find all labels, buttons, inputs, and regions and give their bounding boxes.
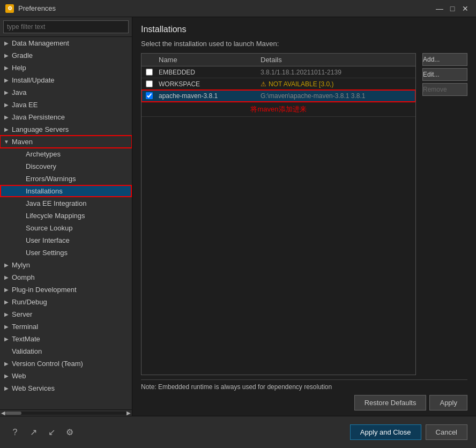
expand-arrow-java-ee: ▶ <box>3 102 10 108</box>
expand-arrow-source-lookup <box>17 225 24 232</box>
expand-arrow-user-settings <box>17 250 24 256</box>
apply-button[interactable]: Apply <box>429 395 467 410</box>
table-row[interactable]: apache-maven-3.8.1G:\maven\apache-maven-… <box>142 90 415 102</box>
sidebar-item-version-control[interactable]: ▶Version Control (Team) <box>0 357 132 370</box>
row-details-text-embedded: 3.8.1/1.18.1.20211011-2139 <box>261 69 341 76</box>
note-text: Note: Embedded runtime is always used fo… <box>141 379 467 391</box>
expand-arrow-java: ▶ <box>3 89 10 96</box>
bottom-left-icons: ? ↗ ↙ ⚙ <box>9 426 76 439</box>
sidebar-item-maven[interactable]: ▼Maven <box>0 136 132 148</box>
sidebar-item-textmate[interactable]: ▶TextMate <box>0 333 132 345</box>
sidebar-item-help[interactable]: ▶Help <box>0 62 132 74</box>
row-details-apache-maven: G:\maven\apache-maven-3.8.1 3.8.1 <box>258 92 415 100</box>
sidebar-label-web-services: Web Services <box>12 384 55 392</box>
sidebar-horizontal-scrollbar[interactable]: ◀ ▶ <box>0 409 132 416</box>
sidebar-item-gradle[interactable]: ▶Gradle <box>0 49 132 62</box>
apply-and-close-button[interactable]: Apply and Close <box>350 424 421 440</box>
sidebar-item-java-ee-integration[interactable]: Java EE Integration <box>0 197 132 210</box>
sidebar-item-source-lookup[interactable]: Source Lookup <box>0 222 132 234</box>
row-check-apache-maven[interactable] <box>142 92 157 99</box>
checkbox-apache-maven[interactable] <box>146 92 153 99</box>
table-row[interactable]: EMBEDDED3.8.1/1.18.1.20211011-2139 <box>142 66 415 78</box>
sidebar-item-mylyn[interactable]: ▶Mylyn <box>0 259 132 271</box>
sidebar-item-user-interface[interactable]: User Interface <box>0 234 132 247</box>
close-button[interactable]: ✕ <box>460 3 471 14</box>
cancel-button[interactable]: Cancel <box>426 424 467 440</box>
sidebar-item-user-settings[interactable]: User Settings <box>0 247 132 259</box>
row-check-workspace[interactable] <box>142 80 157 87</box>
checkbox-workspace[interactable] <box>146 80 153 87</box>
sidebar-item-oomph[interactable]: ▶Oomph <box>0 271 132 283</box>
sidebar-item-validation[interactable]: Validation <box>0 345 132 357</box>
help-icon-button[interactable]: ? <box>9 426 21 439</box>
sidebar-item-errors-warnings[interactable]: Errors/Warnings <box>0 173 132 185</box>
settings-button[interactable]: ⚙ <box>63 426 76 439</box>
expand-arrow-maven: ▼ <box>3 139 10 145</box>
sidebar-item-install-update[interactable]: ▶Install/Update <box>0 74 132 86</box>
expand-arrow-mylyn: ▶ <box>3 262 10 268</box>
table-body: EMBEDDED3.8.1/1.18.1.20211011-2139WORKSP… <box>142 66 415 375</box>
table-row[interactable]: WORKSPACE⚠NOT AVAILABLE [3.0,) <box>142 78 415 90</box>
minimize-button[interactable]: — <box>434 3 445 14</box>
window-controls: — □ ✕ <box>434 3 471 14</box>
sidebar-item-server[interactable]: ▶Server <box>0 308 132 320</box>
expand-arrow-install-update: ▶ <box>3 77 10 84</box>
add-button[interactable]: Add... <box>422 53 467 66</box>
bottom-bar: ? ↗ ↙ ⚙ Apply and Close Cancel <box>0 416 476 448</box>
remove-button[interactable]: Remove <box>422 83 467 96</box>
sidebar-item-plug-in-development[interactable]: ▶Plug-in Development <box>0 283 132 296</box>
sidebar: ▶Data Management▶Gradle▶Help▶Install/Upd… <box>0 17 132 416</box>
sidebar-item-discovery[interactable]: Discovery <box>0 160 132 173</box>
installations-table: Name Details EMBEDDED3.8.1/1.18.1.202110… <box>141 53 416 375</box>
col-header-check <box>142 56 157 64</box>
sidebar-item-lifecycle-mappings[interactable]: Lifecycle Mappings <box>0 210 132 222</box>
expand-arrow-lifecycle-mappings <box>17 213 24 219</box>
expand-arrow-gradle: ▶ <box>3 53 10 59</box>
sidebar-item-run-debug[interactable]: ▶Run/Debug <box>0 296 132 308</box>
row-check-embedded[interactable] <box>142 69 157 76</box>
checkbox-embedded[interactable] <box>146 69 153 76</box>
sidebar-item-web-services[interactable]: ▶Web Services <box>0 382 132 394</box>
expand-arrow-web-services: ▶ <box>3 385 10 392</box>
expand-arrow-help: ▶ <box>3 65 10 71</box>
sidebar-item-archetypes[interactable]: Archetypes <box>0 148 132 160</box>
expand-arrow-java-persistence: ▶ <box>3 114 10 121</box>
app-icon: ⚙ <box>5 4 14 13</box>
expand-arrow-archetypes <box>17 151 24 158</box>
sidebar-item-installations[interactable]: Installations <box>0 185 132 197</box>
export-button[interactable]: ↗ <box>27 426 40 439</box>
sidebar-item-java-persistence[interactable]: ▶Java Persistence <box>0 111 132 123</box>
sidebar-label-plug-in-development: Plug-in Development <box>12 286 77 294</box>
window-title: Preferences <box>18 4 434 12</box>
scroll-right-btn[interactable]: ▶ <box>127 410 131 416</box>
sidebar-label-source-lookup: Source Lookup <box>26 224 72 232</box>
sidebar-item-language-servers[interactable]: ▶Language Servers <box>0 123 132 136</box>
action-buttons-panel: Add... Edit... Remove <box>419 53 467 375</box>
annotation-text: 将maven添加进来 <box>250 104 306 114</box>
import-button[interactable]: ↙ <box>45 426 58 439</box>
search-input[interactable] <box>3 20 129 33</box>
expand-arrow-server: ▶ <box>3 311 10 318</box>
scroll-left-btn[interactable]: ◀ <box>1 410 5 416</box>
sidebar-label-java-ee-integration: Java EE Integration <box>26 199 86 207</box>
sidebar-item-terminal[interactable]: ▶Terminal <box>0 320 132 333</box>
expand-arrow-web: ▶ <box>3 373 10 379</box>
col-header-details: Details <box>258 56 415 64</box>
expand-arrow-run-debug: ▶ <box>3 299 10 305</box>
sidebar-item-java-ee[interactable]: ▶Java EE <box>0 99 132 111</box>
sidebar-label-java-ee: Java EE <box>12 101 38 109</box>
sidebar-item-web[interactable]: ▶Web <box>0 370 132 382</box>
sidebar-label-run-debug: Run/Debug <box>12 298 47 306</box>
sidebar-item-java[interactable]: ▶Java <box>0 86 132 99</box>
edit-button[interactable]: Edit... <box>422 68 467 81</box>
restore-defaults-button[interactable]: Restore Defaults <box>354 395 427 410</box>
expand-arrow-errors-warnings <box>17 176 24 182</box>
scrollbar-track <box>5 412 127 415</box>
maximize-button[interactable]: □ <box>447 3 458 14</box>
content-subtitle: Select the installation used to launch M… <box>141 40 467 48</box>
sidebar-item-data-management[interactable]: ▶Data Management <box>0 37 132 49</box>
sidebar-label-java-persistence: Java Persistence <box>12 113 65 121</box>
sidebar-label-textmate: TextMate <box>12 335 40 343</box>
sidebar-label-install-update: Install/Update <box>12 76 55 84</box>
row-details-embedded: 3.8.1/1.18.1.20211011-2139 <box>258 69 415 76</box>
